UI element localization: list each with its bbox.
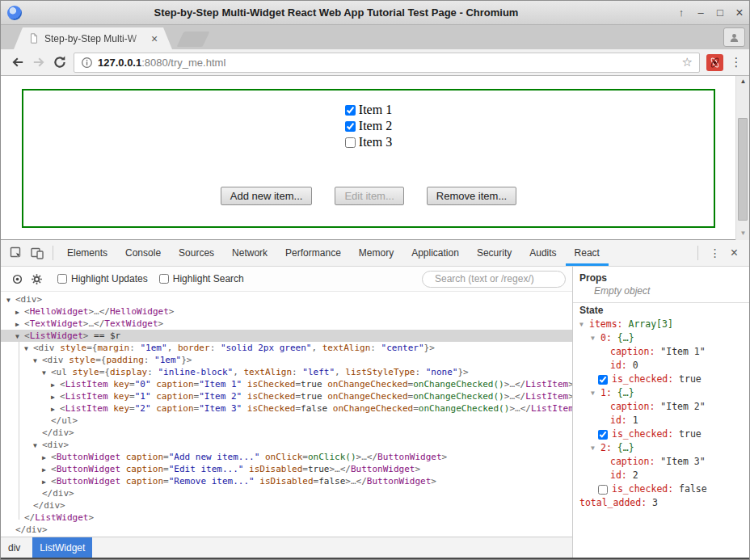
tree-row-button-add[interactable]: ▶<ButtonWidget caption="Add new item..."… [1, 451, 572, 463]
expand-arrow-icon[interactable]: ▼ [33, 355, 42, 367]
edit-item-button[interactable]: Edit item... [335, 187, 403, 205]
breadcrumb-item-listwidget[interactable]: ListWidget [32, 537, 92, 558]
tree-row-item-ul-close[interactable]: </ul> [1, 415, 572, 427]
scrollbar-thumb[interactable] [738, 118, 748, 221]
token-tag [120, 476, 126, 486]
state-row-id: id: 2 [573, 469, 750, 482]
scroll-up-icon[interactable]: ▲ [736, 78, 750, 85]
expand-arrow-icon[interactable]: ▼ [42, 367, 51, 379]
expand-arrow-icon[interactable]: ▶ [51, 379, 60, 391]
expand-arrow-icon[interactable]: ▶ [51, 391, 60, 403]
tree-row-list-widget[interactable]: ▼<ListWidget> == $r [1, 330, 572, 342]
state-header: State [573, 303, 750, 316]
expand-arrow-icon[interactable]: ▼ [591, 386, 600, 400]
highlight-search-checkbox[interactable] [159, 274, 169, 284]
page-scrollbar[interactable]: ▲ ▼ [735, 76, 749, 240]
scroll-down-icon[interactable]: ▼ [736, 229, 750, 237]
expand-arrow-icon[interactable]: ▼ [579, 318, 589, 331]
state-checkbox[interactable] [598, 485, 608, 495]
tree-row-list-item-1[interactable]: ▶<ListItem key="1" caption="Item 2" isCh… [1, 390, 572, 402]
forward-button[interactable] [28, 52, 49, 73]
item-checkbox[interactable] [345, 105, 356, 116]
tree-row-button-edit[interactable]: ▶<ButtonWidget caption="Edit item..." is… [1, 463, 572, 475]
expand-arrow-icon[interactable]: ▶ [42, 452, 51, 464]
breadcrumb-item-div[interactable]: div [1, 537, 27, 558]
gear-icon [31, 273, 43, 285]
page-info-icon[interactable] [81, 57, 93, 69]
expand-arrow-icon[interactable]: ▼ [15, 331, 24, 343]
browser-tab[interactable]: Step-by-Step Multi-W × [14, 27, 172, 49]
browser-menu-button[interactable]: ⋮ [730, 55, 743, 69]
minimize-button[interactable]: – [691, 1, 710, 25]
token-tag: = [129, 379, 135, 389]
tab-close-button[interactable]: × [151, 32, 158, 45]
reload-button[interactable] [49, 52, 70, 73]
devtools-tab-network[interactable]: Network [223, 240, 276, 266]
tree-row-hello-widget[interactable]: ▶<HelloWidget>…</HelloWidget> [1, 305, 572, 318]
devtools-menu-button[interactable]: ⋮ [703, 246, 727, 259]
devtools-tab-security[interactable]: Security [468, 240, 520, 266]
profile-button[interactable] [723, 27, 745, 47]
bookmark-star-icon[interactable]: ☆ [682, 55, 693, 69]
tree-row-root-div-close[interactable]: </div> [1, 524, 572, 536]
device-toolbar-button[interactable] [27, 243, 48, 263]
devtools-tab-console[interactable]: Console [116, 240, 170, 266]
token-attr: onChangeChecked [327, 379, 407, 389]
tree-row-list-item-2[interactable]: ▶<ListItem key="2" caption="Item 3" isCh… [1, 402, 572, 415]
new-tab-button[interactable] [177, 32, 210, 47]
devtools-tab-performance[interactable]: Performance [276, 240, 350, 266]
search-input[interactable] [433, 272, 562, 285]
tree-row-list-widget-close[interactable]: </ListWidget> [1, 512, 572, 524]
token-tag: = [163, 476, 169, 486]
item-checkbox[interactable] [345, 137, 356, 148]
tree-row-padding-div-close[interactable]: </div> [1, 427, 572, 439]
state-checkbox[interactable] [598, 430, 608, 440]
expand-arrow-icon[interactable]: ▶ [42, 464, 51, 476]
tree-row-container-div[interactable]: ▼<div style={margin: "1em", border: "sol… [1, 342, 572, 354]
tree-row-list-item-0[interactable]: ▶<ListItem key="0" caption="Item 1" isCh… [1, 378, 572, 390]
expand-arrow-icon[interactable]: ▶ [15, 318, 24, 331]
close-window-button[interactable]: × [730, 1, 749, 25]
expand-arrow-icon[interactable]: ▶ [42, 476, 51, 488]
expand-arrow-icon[interactable]: ▼ [6, 294, 15, 306]
tree-row-button-remove[interactable]: ▶<ButtonWidget caption="Remove item..." … [1, 475, 572, 487]
back-button[interactable] [7, 52, 28, 73]
remove-item-button[interactable]: Remove item... [427, 187, 516, 205]
state-checkbox[interactable] [598, 375, 608, 385]
tree-row-padding-div[interactable]: ▼<div style={padding: "1em"}> [1, 354, 572, 366]
tree-row-root-div[interactable]: ▼<div> [1, 293, 572, 305]
expand-arrow-icon[interactable]: ▼ [33, 440, 42, 452]
address-bar[interactable]: 127.0.0.1 :8080/try_me.html ☆ [74, 53, 700, 73]
tree-row-container-div-close[interactable]: </div> [1, 499, 572, 512]
token-bool: true [308, 464, 330, 474]
maximize-button[interactable]: □ [710, 1, 730, 25]
expand-arrow-icon[interactable]: ▶ [51, 403, 60, 415]
devtools-tab-elements[interactable]: Elements [58, 240, 116, 266]
devtools-tab-memory[interactable]: Memory [350, 240, 402, 266]
devtools-tab-audits[interactable]: Audits [520, 240, 565, 266]
shade-button[interactable]: ↑ [672, 1, 691, 25]
devtools-tab-application[interactable]: Application [402, 240, 468, 266]
expand-arrow-icon[interactable]: ▼ [24, 343, 33, 355]
devtools-close-button[interactable]: × [727, 246, 744, 260]
state-row-is-checked: is_checked: true [573, 427, 750, 441]
devtools-tab-sources[interactable]: Sources [170, 240, 223, 266]
tree-row-item-ul[interactable]: ▼<ul style={display: "inline-block", tex… [1, 366, 572, 378]
settings-button[interactable] [27, 270, 46, 288]
expand-arrow-icon[interactable]: ▶ [15, 306, 24, 318]
devtools-tab-react[interactable]: React [566, 240, 609, 266]
item-checkbox[interactable] [345, 121, 356, 132]
highlight-updates-checkbox[interactable] [57, 274, 67, 284]
token-str: "Edit item..." [169, 464, 244, 474]
expand-arrow-icon[interactable]: ▼ [591, 331, 600, 345]
token-tag: <div [33, 343, 60, 353]
tree-row-buttons-div[interactable]: ▼<div> [1, 439, 572, 451]
add-new-item-button[interactable]: Add new item... [221, 187, 313, 205]
trace-updates-button[interactable] [7, 270, 27, 288]
token-comp: ListItem [525, 391, 568, 402]
tree-row-buttons-div-close[interactable]: </div> [1, 487, 572, 499]
inspect-element-button[interactable] [6, 243, 27, 263]
tree-row-text-widget[interactable]: ▶<TextWidget>…</TextWidget> [1, 318, 572, 330]
expand-arrow-icon[interactable]: ▼ [591, 441, 600, 455]
extension-icon[interactable] [706, 54, 723, 71]
